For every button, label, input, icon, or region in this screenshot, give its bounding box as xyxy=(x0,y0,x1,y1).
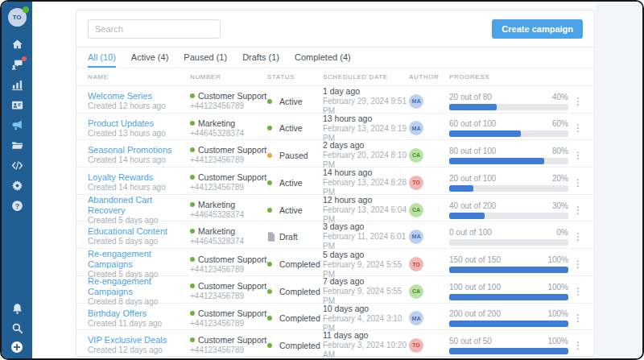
campaign-name-link[interactable]: Re-engagement Campaigns xyxy=(88,249,190,270)
sidebar-item-analytics[interactable] xyxy=(6,78,27,91)
progress-bar xyxy=(449,321,568,327)
progress-bar-fill xyxy=(449,321,568,327)
author-cell: TO xyxy=(409,257,449,271)
row-menu-button[interactable]: ⋮ xyxy=(572,288,584,296)
campaign-name-link[interactable]: Loyalty Rewards xyxy=(88,172,190,183)
table-row: Re-engagement Campaigns Created 8 days a… xyxy=(76,276,594,304)
row-menu-button[interactable]: ⋮ xyxy=(572,179,584,187)
number-cell: Marketing +44645328374 xyxy=(190,226,267,246)
scheduled-relative: 12 hours ago xyxy=(323,195,409,205)
search-input[interactable] xyxy=(88,19,221,39)
campaign-name-cell: Re-engagement Campaigns Created 5 days a… xyxy=(88,249,190,279)
sidebar-bottom-nav xyxy=(6,302,27,360)
tab-active-4[interactable]: Active (4) xyxy=(131,48,168,68)
status-label: Completed xyxy=(279,259,320,269)
campaign-name-cell: Seasonal Promotions Created 14 hours ago xyxy=(88,145,190,165)
tab-all-10[interactable]: All (10) xyxy=(88,48,116,68)
channel-name: Customer Support xyxy=(198,281,266,291)
status-dot xyxy=(267,208,272,213)
column-header-author: AUTHOR xyxy=(409,73,449,81)
campaign-name-link[interactable]: Re-engagement Campaigns xyxy=(88,276,190,297)
channel-status-dot xyxy=(190,337,195,342)
sidebar-item-folders[interactable] xyxy=(6,139,27,151)
author-cell: MA xyxy=(409,121,449,135)
status-dot xyxy=(267,316,272,321)
channel-name: Customer Support xyxy=(198,172,266,182)
row-menu-button[interactable]: ⋮ xyxy=(572,124,584,132)
sidebar-item-campaigns[interactable] xyxy=(6,118,27,131)
campaign-name-cell: Birthday Offers Created 11 days ago xyxy=(88,308,190,329)
progress-count: 40 out of 200 xyxy=(449,201,496,210)
scheduled-date-cell: 10 days ago February 4, 2024 3:10 PM xyxy=(323,304,409,333)
number-cell: Customer Support +44123456789 xyxy=(190,281,267,301)
status-cell: Active xyxy=(267,178,323,188)
progress-count: 50 out of 50 xyxy=(449,337,492,346)
sidebar-item-home[interactable] xyxy=(6,38,27,51)
progress-percent: 40% xyxy=(552,93,568,101)
channel-name: Customer Support xyxy=(198,308,266,318)
row-menu-button[interactable]: ⋮ xyxy=(572,341,584,350)
sidebar-item-notifications[interactable] xyxy=(6,302,27,315)
scheduled-relative: 13 hours ago xyxy=(323,114,409,124)
sidebar-item-contacts[interactable] xyxy=(6,98,27,111)
progress-count: 80 out of 100 xyxy=(449,147,496,155)
row-menu-button[interactable]: ⋮ xyxy=(572,151,584,159)
create-campaign-button[interactable]: Create campaign xyxy=(492,19,583,39)
campaign-name-link[interactable]: Birthday Offers xyxy=(88,308,190,319)
sidebar-item-developer[interactable] xyxy=(6,159,27,172)
channel-status-dot xyxy=(190,283,195,288)
row-menu-button[interactable]: ⋮ xyxy=(572,206,584,214)
notification-badge xyxy=(22,56,27,61)
row-menu-button[interactable]: ⋮ xyxy=(572,97,584,106)
campaign-name-link[interactable]: Abandoned Cart Recovery xyxy=(88,195,190,216)
progress-bar xyxy=(449,213,568,219)
sidebar-item-messages[interactable] xyxy=(6,58,27,71)
campaign-name-link[interactable]: Educational Content xyxy=(88,226,190,237)
status-cell: Completed xyxy=(267,313,323,323)
campaign-created-text: Created 5 days ago xyxy=(88,216,190,226)
svg-text:?: ? xyxy=(14,201,19,209)
megaphone-icon xyxy=(11,119,23,131)
status-label: Completed xyxy=(279,287,320,296)
sidebar-item-add[interactable] xyxy=(6,341,27,354)
column-header-progress: PROGRESS xyxy=(449,73,572,81)
scheduled-date-cell: 13 hours ago February 13, 2024 9:19 PM xyxy=(323,114,409,143)
scheduled-relative: 7 days ago xyxy=(323,276,409,287)
progress-count: 20 out of 100 xyxy=(449,174,496,183)
table-row: Abandoned Cart Recovery Created 5 days a… xyxy=(76,195,594,222)
campaign-name-link[interactable]: VIP Exclusive Deals xyxy=(88,335,190,346)
channel-name: Customer Support xyxy=(198,145,266,155)
sidebar-item-settings[interactable] xyxy=(6,179,27,192)
row-menu-button[interactable]: ⋮ xyxy=(572,314,584,322)
progress-bar xyxy=(449,130,568,137)
bell-icon xyxy=(11,303,23,315)
progress-count: 100 out of 100 xyxy=(449,283,501,292)
phone-number: +44123456789 xyxy=(190,265,267,275)
campaign-name-link[interactable]: Seasonal Promotions xyxy=(88,145,190,155)
row-menu-button[interactable]: ⋮ xyxy=(572,233,584,241)
tab-completed-4[interactable]: Completed (4) xyxy=(295,48,351,68)
channel-status-dot xyxy=(190,147,195,152)
number-cell: Customer Support +44123456789 xyxy=(190,172,267,192)
status-cell: Active xyxy=(267,97,323,106)
campaign-name-link[interactable]: Welcome Series xyxy=(88,91,190,101)
campaign-name-cell: Product Updates Created 13 hours ago xyxy=(88,118,190,139)
phone-number: +44123456789 xyxy=(190,155,267,165)
scheduled-date-cell: 14 hours ago February 13, 2024 8:28 PM xyxy=(323,168,409,197)
progress-bar xyxy=(449,267,568,273)
tab-drafts-1[interactable]: Drafts (1) xyxy=(242,48,279,68)
tab-label: Drafts (1) xyxy=(242,52,279,62)
row-menu-button[interactable]: ⋮ xyxy=(572,260,584,268)
sidebar-item-help[interactable]: ? xyxy=(6,199,27,212)
page-background xyxy=(596,2,644,360)
author-avatar: MA xyxy=(409,121,423,135)
progress-cell: 50 out of 50 100% xyxy=(449,337,572,354)
user-avatar[interactable]: TO xyxy=(8,8,27,27)
progress-percent: 100% xyxy=(547,309,568,318)
scheduled-relative: 2 days ago xyxy=(323,140,409,151)
tab-paused-1[interactable]: Paused (1) xyxy=(184,48,227,68)
sidebar-item-search[interactable] xyxy=(6,321,27,334)
online-status-dot xyxy=(23,6,29,13)
campaign-created-text: Created 14 hours ago xyxy=(88,183,190,192)
campaign-name-link[interactable]: Product Updates xyxy=(88,118,190,129)
